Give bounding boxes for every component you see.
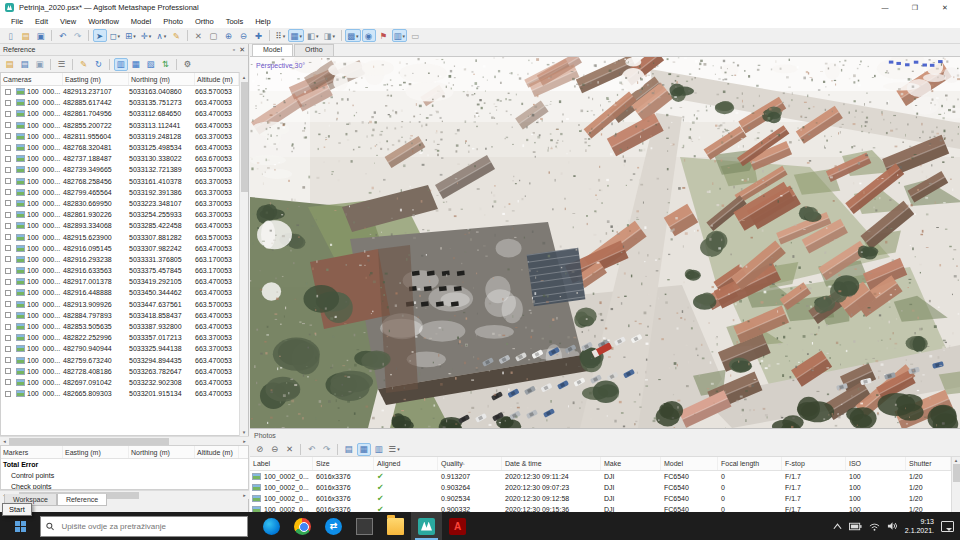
photos-column-header-label[interactable]: Label [250,457,313,470]
panel-tab-reference[interactable]: Reference [57,494,107,506]
view-errors-button[interactable]: ☰ [55,58,69,71]
float-panel-icon[interactable]: ▫ [233,46,235,54]
camera-row[interactable]: 100_000...482759.6732405033294.894435663… [1,355,239,366]
camera-checkbox[interactable] [1,223,14,229]
maximize-button[interactable]: ❐ [900,0,930,15]
photos-column-header-size[interactable]: Size [313,457,374,470]
northing-column-header[interactable]: Northing (m) [129,73,195,85]
minimize-button[interactable]: — [870,0,900,15]
photo-row[interactable]: 100_0002_0...6016x3376✔0.9025342020:12:3… [250,493,951,504]
draw-button[interactable]: ✎ [169,29,183,42]
markers-column-header[interactable]: Markers [1,446,63,458]
camera-row[interactable]: 100_000...482916.0951455033307.982242663… [1,243,239,254]
photo-row[interactable]: 100_0002_0...6016x3376✔0.9003322020:12:3… [250,504,951,512]
rectangle-selection-button[interactable]: ◻▾ [108,29,123,42]
camera-checkbox[interactable] [1,212,14,218]
camera-row[interactable]: 100_000...482830.6699505033223.348107663… [1,198,239,209]
scroll-right-icon[interactable]: ▸ [240,492,249,498]
camera-checkbox[interactable] [1,122,14,128]
marker-row[interactable]: Total Error [1,459,248,470]
camera-row[interactable]: 100_000...482893.3340685033285.422458663… [1,220,239,231]
model-viewport[interactable]: Perspective 30° [250,57,960,428]
point-cloud-button[interactable]: ⠿▾ [273,29,287,42]
update-transform-button[interactable]: ↻ [92,58,106,71]
uncertainty-button[interactable]: ⇅ [159,58,173,71]
camera-row[interactable]: 100_000...482915.6239005033307.881282663… [1,231,239,242]
icons-view-button[interactable]: ▥ [372,443,386,456]
new-document-button[interactable]: ▯ [4,29,18,42]
camera-row[interactable]: 100_000...482916.4488885033450.344462663… [1,287,239,298]
list-menu-button[interactable]: ☰▾ [387,443,402,456]
view-tab-ortho[interactable]: Ortho [294,44,334,56]
taskbar-app-edge[interactable] [256,512,287,540]
show-photos-button[interactable]: ▥▾ [392,29,408,42]
menu-item-ortho[interactable]: Ortho [189,17,220,26]
scroll-down-icon[interactable]: ▾ [243,427,246,436]
camera-row[interactable]: 100_000...482811.9556045033119.248128663… [1,131,239,142]
camera-row[interactable]: 100_000...482884.7978935033418.858437663… [1,310,239,321]
save-estimates-button[interactable]: ▣ [33,58,47,71]
altitude-column-header[interactable]: Altitude (m) [195,446,239,458]
photos-column-header-make[interactable]: Make [601,457,661,470]
camera-row[interactable]: 100_000...482855.2007225033113.112441663… [1,120,239,131]
photos-column-header-focal-length[interactable]: Focal length [718,457,782,470]
camera-checkbox[interactable] [1,100,14,106]
scrollbar-thumb[interactable] [9,438,169,445]
close-panel-icon[interactable]: ✕ [239,46,245,54]
rotate-left-button[interactable]: ↶ [305,443,319,456]
optimize-cameras-button[interactable]: ✎ [77,58,91,71]
photos-column-header-f-stop[interactable]: F-stop [782,457,846,470]
search-input[interactable] [59,521,242,532]
save-button[interactable]: ▣ [34,29,48,42]
network-icon[interactable] [869,522,880,531]
camera-row[interactable]: 100_000...482861.7049565033112.684650663… [1,108,239,119]
scroll-up-icon[interactable]: ▴ [243,72,246,81]
easting-column-header[interactable]: Easting (m) [63,73,129,85]
undo-button[interactable]: ↶ [56,29,70,42]
menu-item-help[interactable]: Help [249,17,276,26]
start-button[interactable] [0,512,40,540]
photos-column-header-model[interactable]: Model [661,457,718,470]
menu-item-view[interactable]: View [54,17,82,26]
photos-column-header-aligned[interactable]: Aligned [374,457,438,470]
battery-icon[interactable] [849,522,862,531]
resize-region-button[interactable]: ▢ [206,29,220,42]
camera-checkbox[interactable] [1,256,14,262]
delete-photo-button[interactable]: ✕ [283,443,297,456]
camera-checkbox[interactable] [1,245,14,251]
camera-row[interactable]: 100_000...482853.5056355033387.932800663… [1,321,239,332]
camera-row[interactable]: 100_000...482665.8093035033201.915134663… [1,388,239,399]
show-cameras-button[interactable]: ▩▾ [345,29,361,42]
taskbar-app-explorer[interactable] [380,512,411,540]
flip-right-button[interactable]: ◨▾ [321,29,337,42]
export-reference-button[interactable]: ▤ [18,58,32,71]
view-source-button[interactable]: ▥ [114,58,128,71]
taskbar-search[interactable] [40,516,248,537]
menu-item-file[interactable]: File [5,17,29,26]
scrollbar-thumb[interactable] [953,464,960,482]
camera-checkbox[interactable] [1,167,14,173]
rotate-right-button[interactable]: ↷ [320,443,334,456]
redo-button[interactable]: ↷ [71,29,85,42]
disable-photo-button[interactable]: ⊘ [253,443,267,456]
camera-row[interactable]: 100_000...482885.6174425033135.751273663… [1,97,239,108]
taskbar-app-acrobat[interactable]: A [442,512,473,540]
camera-checkbox[interactable] [1,111,14,117]
photos-column-header-date-time[interactable]: Date & time [502,457,601,470]
camera-row[interactable]: 100_000...482916.6335635033375.457845663… [1,265,239,276]
taskbar-app-teamviewer[interactable]: ⇄ [318,512,349,540]
camera-row[interactable]: 100_000...482917.0013785033419.292105663… [1,276,239,287]
camera-row[interactable]: 100_000...482737.1884875033130.338022663… [1,153,239,164]
camera-checkbox[interactable] [1,301,14,307]
marker-row[interactable]: Control points [1,470,248,481]
camera-checkbox[interactable] [1,234,14,240]
taskbar-app-window[interactable] [349,512,380,540]
camera-row[interactable]: 100_000...482916.2932385033331.376805663… [1,254,239,265]
tray-chevron-icon[interactable] [833,523,842,530]
move-camera-button[interactable]: ✚ [251,29,265,42]
photos-vertical-scrollbar[interactable]: ▴ [951,457,960,512]
taskbar-app-chrome[interactable] [287,512,318,540]
scroll-right-icon[interactable]: ▸ [240,438,249,444]
camera-checkbox[interactable] [1,156,14,162]
measure-button[interactable]: ∧▾ [154,29,168,42]
